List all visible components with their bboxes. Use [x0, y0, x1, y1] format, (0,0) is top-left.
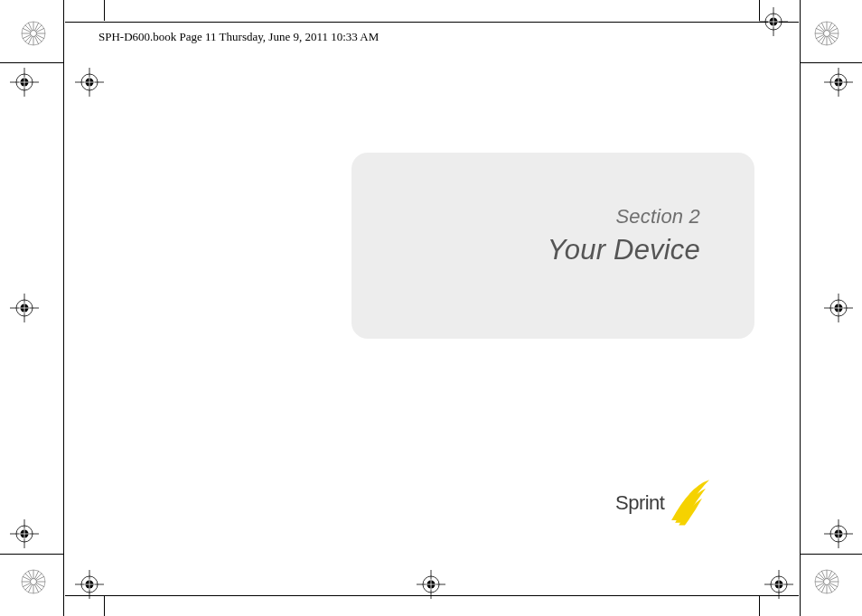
svg-point-29	[31, 579, 37, 585]
crop-line-top-right	[801, 62, 862, 63]
svg-point-19	[824, 31, 830, 37]
registration-mark-icon	[75, 570, 104, 599]
registration-mark-icon	[759, 7, 788, 36]
sprint-brand-text: Sprint	[615, 491, 664, 515]
registration-mark-icon	[10, 68, 39, 97]
crop-line-bottom-right	[801, 554, 862, 555]
crop-line-left-inner-bottom	[104, 596, 105, 616]
dial-mark-top-right	[813, 20, 840, 47]
registration-mark-icon	[75, 68, 104, 97]
crop-line-left-inner	[104, 0, 105, 21]
sprint-logo: Sprint	[615, 479, 715, 522]
page-meta-header: SPH-D600.book Page 11 Thursday, June 9, …	[98, 30, 379, 44]
registration-mark-icon	[824, 519, 853, 548]
crop-line-left	[63, 0, 64, 616]
crop-line-top-left	[0, 62, 63, 63]
dial-mark-bottom-left	[20, 568, 47, 595]
registration-mark-icon	[10, 294, 39, 322]
section-title: Your Device	[351, 234, 700, 266]
dial-mark-top-left	[20, 20, 47, 47]
registration-mark-icon	[824, 68, 853, 97]
svg-point-9	[31, 31, 37, 37]
section-label: Section 2	[351, 205, 700, 229]
registration-mark-icon	[764, 570, 793, 599]
crop-line-top	[65, 22, 799, 23]
registration-mark-icon	[417, 570, 445, 599]
crop-line-bottom-left	[0, 554, 63, 555]
dial-mark-bottom-right	[813, 568, 840, 595]
svg-point-39	[824, 579, 830, 585]
registration-mark-icon	[824, 294, 853, 322]
crop-line-right	[800, 0, 801, 616]
section-title-card: Section 2 Your Device	[351, 153, 754, 339]
crop-line-right-inner-bottom	[759, 596, 760, 616]
sprint-wing-icon	[668, 479, 715, 527]
registration-mark-icon	[10, 519, 39, 548]
